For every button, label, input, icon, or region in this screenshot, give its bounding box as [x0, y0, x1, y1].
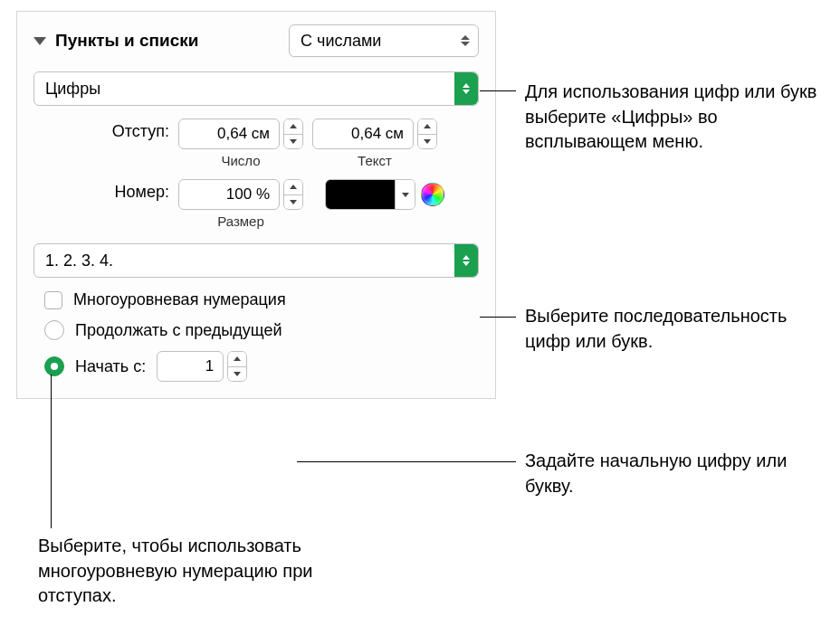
- start-value-input[interactable]: [157, 351, 224, 382]
- leader-line: [480, 317, 516, 318]
- leader-line: [480, 90, 516, 91]
- tiered-checkbox-row: Многоуровневая нумерация: [17, 278, 495, 309]
- start-radio-row: Начать с:: [17, 340, 495, 382]
- list-style-popup-label: С числами: [301, 32, 381, 51]
- leader-line: [51, 375, 52, 528]
- disclosure-triangle-icon[interactable]: [33, 37, 46, 45]
- updown-icon: [458, 35, 472, 46]
- continue-label: Продолжать с предыдущей: [75, 321, 282, 340]
- indent-number-group: Число: [178, 119, 303, 168]
- chevron-down-icon: [395, 180, 415, 209]
- number-row: Номер: Размер: [17, 168, 495, 229]
- start-label: Начать с:: [75, 357, 146, 376]
- color-wheel-icon[interactable]: [421, 183, 444, 206]
- callout-tiered: Выберите, чтобы использовать многоуровне…: [38, 534, 364, 609]
- tiered-checkbox[interactable]: [44, 291, 62, 309]
- number-size-input[interactable]: [178, 179, 280, 210]
- panel-title: Пункты и списки: [55, 31, 280, 51]
- number-label: Номер:: [33, 179, 169, 202]
- start-value-stepper[interactable]: [157, 351, 247, 382]
- continue-radio[interactable]: [44, 320, 64, 340]
- list-style-popup[interactable]: С числами: [289, 24, 479, 57]
- continue-radio-row: Продолжать с предыдущей: [17, 309, 495, 340]
- leader-line: [297, 461, 516, 462]
- stepper-buttons[interactable]: [417, 119, 437, 149]
- stepper-buttons[interactable]: [227, 351, 247, 382]
- callout-start: Задайте начальную цифру или букву.: [525, 449, 824, 498]
- popup-cap-icon: [454, 244, 478, 277]
- indent-row: Отступ: Число Текст: [17, 106, 495, 168]
- number-format-label: Цифры: [45, 80, 100, 99]
- number-size-sublabel: Размер: [217, 213, 264, 229]
- number-size-stepper[interactable]: [178, 179, 303, 210]
- number-size-group: Размер: [178, 179, 303, 229]
- stepper-buttons[interactable]: [283, 119, 303, 149]
- number-color-group: [325, 179, 444, 210]
- sequence-popup[interactable]: 1. 2. 3. 4.: [33, 243, 479, 278]
- panel-header: Пункты и списки С числами: [17, 12, 495, 66]
- callout-format: Для использования цифр или букв выберите…: [525, 80, 824, 155]
- stepper-buttons[interactable]: [283, 179, 303, 210]
- indent-label: Отступ:: [33, 119, 169, 141]
- popup-cap-icon: [454, 72, 478, 105]
- indent-text-input[interactable]: [312, 119, 414, 149]
- indent-number-stepper[interactable]: [178, 119, 303, 149]
- callout-sequence: Выберите последовательность цифр или бук…: [525, 304, 824, 354]
- color-swatch-popup[interactable]: [325, 179, 415, 210]
- indent-number-input[interactable]: [178, 119, 280, 149]
- color-fill: [326, 180, 395, 209]
- start-radio[interactable]: [44, 356, 64, 376]
- bullets-lists-panel: Пункты и списки С числами Цифры Отступ: …: [16, 11, 496, 399]
- tiered-label: Многоуровневая нумерация: [73, 290, 286, 309]
- indent-text-stepper[interactable]: [312, 119, 437, 149]
- sequence-label: 1. 2. 3. 4.: [45, 251, 113, 270]
- indent-text-group: Текст: [312, 119, 437, 168]
- number-format-popup[interactable]: Цифры: [33, 71, 479, 106]
- indent-number-sublabel: Число: [221, 153, 260, 168]
- indent-text-sublabel: Текст: [358, 153, 392, 168]
